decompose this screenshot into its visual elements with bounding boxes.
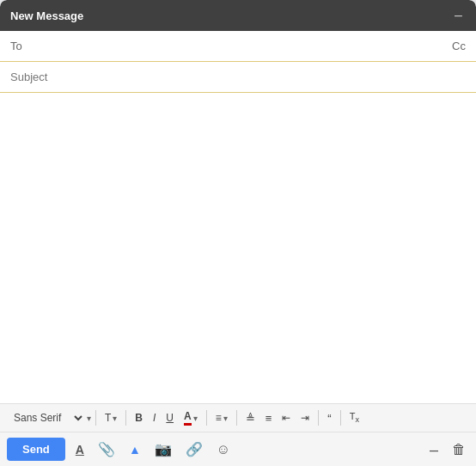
font-family-select[interactable]: Sans Serif Serif Monospace [7, 409, 85, 426]
delete-icon: 🗑 [452, 442, 466, 457]
compose-toolbar: Send A 📎 ▲ 📷 🔗 ☺ – 🗑 [0, 432, 476, 466]
ordered-list-button[interactable]: ≜ [241, 409, 259, 427]
bold-button[interactable]: B [131, 409, 147, 426]
attach-icon: 📎 [98, 441, 115, 457]
subject-row [0, 62, 476, 93]
align-button[interactable]: ≡ ▾ [211, 409, 232, 426]
to-row: To Cc [0, 31, 476, 62]
formatting-bar: Sans Serif Serif Monospace ▾ T ▾ B I U A… [0, 403, 476, 432]
divider-4 [236, 410, 237, 426]
emoji-icon: ☺ [217, 442, 230, 457]
font-family-chevron-icon: ▾ [87, 414, 91, 423]
text-color-chevron-icon: ▾ [193, 414, 198, 423]
font-size-label: T [105, 412, 111, 424]
photo-icon: 📷 [155, 441, 172, 457]
remove-format-label: Tx [350, 411, 359, 424]
indent-more-button[interactable]: ⇥ [296, 409, 314, 426]
compose-header: New Message – [0, 0, 476, 31]
blockquote-icon: “ [327, 412, 331, 425]
font-size-button[interactable]: T ▾ [101, 409, 121, 426]
align-label: ≡ [216, 412, 222, 424]
text-formatting-icon: A [76, 443, 84, 457]
minimize-window-button[interactable]: – [426, 438, 442, 461]
indent-less-icon: ⇤ [282, 412, 290, 424]
insert-photo-button[interactable]: 📷 [151, 438, 175, 461]
compose-window: New Message – To Cc Sans Serif Serif Mon… [0, 0, 476, 466]
divider-6 [340, 410, 341, 426]
divider-5 [318, 410, 319, 426]
ordered-list-icon: ≜ [246, 412, 255, 425]
send-button[interactable]: Send [7, 438, 65, 461]
text-color-label: A [184, 410, 192, 426]
font-size-chevron-icon: ▾ [113, 414, 117, 423]
delete-button[interactable]: 🗑 [449, 438, 469, 461]
align-chevron-icon: ▾ [223, 414, 228, 423]
to-input[interactable] [27, 40, 452, 52]
insert-emoji-button[interactable]: ☺ [213, 438, 234, 461]
unordered-list-icon: ≡ [265, 412, 272, 425]
compose-title: New Message [10, 9, 83, 22]
insert-link-button[interactable]: 🔗 [182, 438, 206, 461]
remove-format-button[interactable]: Tx [345, 408, 363, 426]
minimize-button[interactable]: – [451, 9, 466, 22]
text-formatting-button[interactable]: A [72, 439, 88, 460]
underline-button[interactable]: U [162, 409, 178, 426]
divider-2 [125, 410, 126, 426]
subject-input[interactable] [10, 71, 466, 83]
google-drive-button[interactable]: ▲ [125, 439, 144, 460]
cc-link[interactable]: Cc [452, 40, 466, 52]
header-controls: – [451, 9, 466, 22]
blockquote-button[interactable]: “ [323, 409, 335, 427]
text-color-button[interactable]: A ▾ [180, 408, 202, 428]
minimize-icon: – [430, 442, 438, 457]
unordered-list-button[interactable]: ≡ [261, 409, 277, 427]
to-label: To [10, 40, 27, 52]
indent-more-icon: ⇥ [301, 412, 309, 424]
drive-icon: ▲ [129, 443, 141, 457]
divider-3 [206, 410, 207, 426]
italic-button[interactable]: I [149, 409, 160, 426]
link-icon: 🔗 [186, 441, 203, 457]
compose-body[interactable] [0, 93, 476, 403]
attach-file-button[interactable]: 📎 [95, 438, 119, 461]
divider-1 [95, 410, 96, 426]
indent-less-button[interactable]: ⇤ [278, 409, 295, 426]
